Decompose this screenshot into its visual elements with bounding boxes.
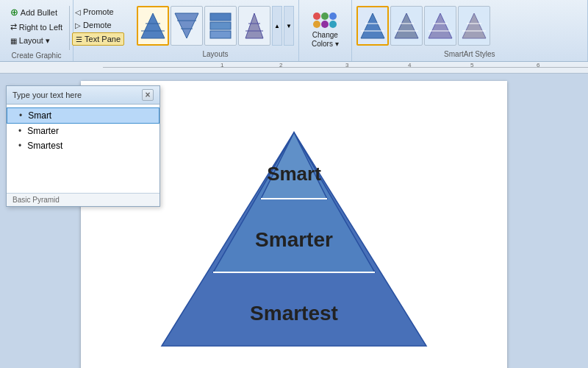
text-pane-title: Type your text here <box>12 91 82 99</box>
text-pane-item-1[interactable]: • Smart <box>7 107 159 124</box>
bullet-icon-3: • <box>18 141 21 151</box>
ruler-tick-4: 4 <box>408 62 411 68</box>
add-bullet-button[interactable]: ⊕ Add Bullet <box>7 5 65 19</box>
svg-marker-3 <box>175 13 198 38</box>
ribbon: ⊕ Add Bullet ⇄ Right to Left ▦ Layout ▾ … <box>0 0 588 62</box>
main-content: Type your text here × • Smart • Smarter … <box>0 74 588 368</box>
ruler-tick-2: 2 <box>279 62 282 68</box>
right-buttons: ◁ Promote ▷ Demote ☰ Text Pane <box>72 6 124 46</box>
create-graphic-label: Create Graphic <box>0 52 73 60</box>
layouts-group: ▲ ▼ Layouts <box>132 0 299 61</box>
svg-marker-18 <box>429 13 452 38</box>
layout-thumb-1[interactable] <box>137 6 169 46</box>
change-colors-label: ChangeColors ▾ <box>312 31 339 49</box>
text-pane-button[interactable]: ☰ Text Pane <box>72 32 124 46</box>
smartart-styles-group: SmartArt Styles <box>352 0 588 61</box>
layouts-scroll-down[interactable]: ▼ <box>284 6 294 46</box>
layouts-scroll-up[interactable]: ▲ <box>272 6 282 46</box>
smartart-styles-label: SmartArt Styles <box>356 50 583 58</box>
layout-thumbnails: ▲ ▼ <box>137 3 294 49</box>
smartart-style-2[interactable] <box>390 6 423 46</box>
text-pane-item-3[interactable]: • Smartest <box>7 138 159 153</box>
bullet-icon-2: • <box>18 126 21 136</box>
ruler-tick-3: 3 <box>345 62 348 68</box>
svg-rect-6 <box>210 13 231 21</box>
text-pane-icon: ☰ <box>76 35 82 43</box>
demote-button[interactable]: ▷ Demote <box>72 19 124 31</box>
svg-rect-7 <box>210 22 231 29</box>
svg-marker-21 <box>462 13 486 38</box>
svg-rect-8 <box>210 31 231 38</box>
layout-thumb-3[interactable] <box>204 6 237 46</box>
layout-thumb-4[interactable] <box>238 6 270 46</box>
create-graphic-group: ⊕ Add Bullet ⇄ Right to Left ▦ Layout ▾ … <box>0 0 74 61</box>
svg-text:Smartest: Smartest <box>250 302 338 325</box>
text-pane: Type your text here × • Smart • Smarter … <box>6 85 160 207</box>
change-colors-button[interactable]: ChangeColors ▾ <box>305 9 345 52</box>
layouts-label: Layouts <box>137 50 294 58</box>
ruler-tick-1: 1 <box>220 62 223 68</box>
text-pane-body: • Smart • Smarter • Smartest <box>7 105 159 193</box>
svg-marker-15 <box>395 13 418 38</box>
change-colors-section: ChangeColors ▾ <box>299 0 352 61</box>
text-pane-close-button[interactable]: × <box>142 89 154 101</box>
color-palette-icon <box>313 13 337 28</box>
promote-icon: ◁ <box>75 8 81 16</box>
svg-marker-12 <box>361 13 384 38</box>
text-pane-item-2[interactable]: • Smarter <box>7 124 159 138</box>
text-pane-footer: Basic Pyramid <box>7 193 159 206</box>
demote-icon: ▷ <box>75 21 81 29</box>
rtl-icon: ⇄ <box>10 22 17 32</box>
svg-text:Smart: Smart <box>267 163 321 185</box>
add-bullet-icon: ⊕ <box>10 7 18 18</box>
pyramid-svg: Smart Smarter Smartest <box>140 96 448 368</box>
svg-text:Smarter: Smarter <box>255 228 333 251</box>
promote-button[interactable]: ◁ Promote <box>72 6 124 18</box>
right-to-left-button[interactable]: ⇄ Right to Left <box>7 21 65 33</box>
smartart-style-4[interactable] <box>458 6 490 46</box>
ruler-tick-6: 6 <box>537 62 539 68</box>
smartart-thumbnails <box>356 3 583 49</box>
smartart-style-1[interactable] <box>356 6 389 46</box>
svg-marker-9 <box>245 13 263 38</box>
create-graphic-buttons: ⊕ Add Bullet ⇄ Right to Left ▦ Layout ▾ <box>7 5 65 47</box>
svg-marker-0 <box>141 13 165 38</box>
bullet-icon-1: • <box>19 110 22 121</box>
smartart-style-3[interactable] <box>424 6 456 46</box>
layout-thumb-2[interactable] <box>171 6 203 46</box>
ruler: 1 2 3 4 5 6 <box>0 62 588 74</box>
layout-button[interactable]: ▦ Layout ▾ <box>7 35 65 47</box>
layout-icon: ▦ <box>10 37 17 45</box>
ruler-tick-5: 5 <box>470 62 473 68</box>
text-pane-header: Type your text here × <box>7 86 159 105</box>
